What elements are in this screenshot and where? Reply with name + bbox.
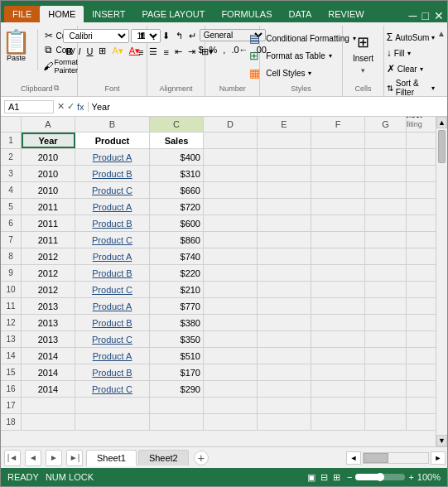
cell-product-6[interactable]: Product C [75,232,150,248]
cell-d-11[interactable] [204,315,258,330]
cancel-formula-icon[interactable]: ✕ [57,101,65,112]
cell-f-6[interactable] [311,232,365,248]
first-tab-button[interactable]: |◄ [4,450,21,466]
tab-formulas[interactable]: FORMULAS [213,6,280,22]
cell-product-4[interactable]: Product A [75,199,150,215]
border-button[interactable]: ⊞ [96,44,108,58]
align-center-button[interactable]: ☰ [147,45,160,59]
cell-sales-16[interactable] [150,398,204,413]
cell-product-2[interactable]: Product B [75,166,150,181]
cell-e-0[interactable] [258,133,311,148]
cell-d-15[interactable] [204,381,258,397]
cell-e-8[interactable] [258,265,311,281]
prev-tab-button[interactable]: ◄ [25,450,41,466]
cell-year-1[interactable]: 2010 [22,149,75,165]
row-num-16[interactable]: 16 [1,381,22,398]
cell-e-3[interactable] [258,182,311,198]
header-sales[interactable]: Sales [150,133,204,148]
row-num-10[interactable]: 10 [1,282,22,298]
cell-sales-4[interactable]: $720 [150,199,204,215]
cell-sales-10[interactable]: $770 [150,298,204,314]
cell-g-8[interactable] [365,265,407,281]
ribbon-collapse-button[interactable]: ▲ [437,29,446,38]
h-scroll-thumb[interactable] [364,453,388,463]
bold-button[interactable]: B [63,45,75,58]
row-num-5[interactable]: 5 [1,199,22,215]
cell-f-17[interactable] [311,414,365,430]
cell-year-14[interactable]: 2014 [22,364,75,380]
normal-view-icon[interactable]: ▣ [307,472,316,483]
cell-e-9[interactable] [258,282,311,297]
next-tab-button[interactable]: ► [46,450,62,466]
cell-e-16[interactable] [258,398,311,413]
cell-g-4[interactable] [365,199,407,215]
cell-reference-input[interactable] [4,100,54,113]
cell-g-15[interactable] [365,381,407,397]
col-header-c[interactable]: C [150,117,204,132]
cell-d-5[interactable] [204,215,258,231]
cell-f-7[interactable] [311,248,365,264]
cell-sales-3[interactable]: $660 [150,182,204,198]
cell-product-5[interactable]: Product B [75,215,150,231]
cell-f-12[interactable] [311,331,365,347]
conditional-formatting-button[interactable]: ▤ Conditional Formatting ▾ [243,31,359,46]
zoom-out-button[interactable]: − [347,472,352,482]
cell-d-2[interactable] [204,166,258,181]
cell-sales-13[interactable]: $510 [150,348,204,364]
cell-year-2[interactable]: 2010 [22,166,75,181]
tab-page-layout[interactable]: PAGE LAYOUT [133,6,213,22]
cell-year-4[interactable]: 2011 [22,199,75,215]
insert-cells-button[interactable]: ⊞ Insert [349,31,377,65]
align-top-button[interactable]: ⬆ [136,29,148,43]
cell-f-0[interactable] [311,133,365,148]
col-header-d[interactable]: D [204,117,258,132]
tab-file[interactable]: FILE [4,6,40,22]
align-left-button[interactable]: ≡ [136,46,146,59]
cell-e-1[interactable] [258,149,311,165]
cell-product-12[interactable]: Product C [75,331,150,347]
fill-button[interactable]: ↓ Fill ▾ [384,46,413,60]
cell-d-16[interactable] [204,398,258,413]
cell-e-5[interactable] [258,215,311,231]
cell-f-1[interactable] [311,149,365,165]
cell-e-10[interactable] [258,298,311,314]
cell-g-0[interactable] [365,133,407,148]
cell-year-15[interactable]: 2014 [22,381,75,397]
cell-sales-5[interactable]: $600 [150,215,204,231]
paste-button[interactable]: 📋 Paste [0,29,34,64]
cell-product-13[interactable]: Product A [75,348,150,364]
col-header-g[interactable]: G [365,117,407,132]
cell-product-9[interactable]: Product C [75,282,150,297]
cell-year-16[interactable] [22,398,75,413]
font-family-select[interactable]: Calibri [63,29,129,43]
scroll-down-button[interactable]: ▼ [436,435,447,446]
header-product[interactable]: Product [75,133,150,148]
minimize-icon[interactable]: ─ [409,9,417,22]
row-num-7[interactable]: 7 [1,232,22,248]
cell-d-14[interactable] [204,364,258,380]
cell-year-9[interactable]: 2012 [22,282,75,297]
vertical-scrollbar[interactable]: ▲ ▼ [436,117,447,446]
cell-year-3[interactable]: 2010 [22,182,75,198]
header-year[interactable]: Year [22,133,75,148]
row-num-14[interactable]: 14 [1,348,22,364]
page-break-view-icon[interactable]: ⊞ [333,472,340,483]
decrease-indent-button[interactable]: ⇤ [172,45,185,59]
cell-f-8[interactable] [311,265,365,281]
cell-d-1[interactable] [204,149,258,165]
cell-e-15[interactable] [258,381,311,397]
cell-year-8[interactable]: 2012 [22,265,75,281]
zoom-in-button[interactable]: + [408,472,413,482]
sheet-tab-sheet1[interactable]: Sheet1 [86,450,137,466]
cell-d-12[interactable] [204,331,258,347]
cell-sales-9[interactable]: $210 [150,282,204,297]
cell-product-11[interactable]: Product B [75,315,150,330]
cell-e-6[interactable] [258,232,311,248]
cell-sales-6[interactable]: $860 [150,232,204,248]
cell-g-5[interactable] [365,215,407,231]
cell-d-10[interactable] [204,298,258,314]
cell-g-9[interactable] [365,282,407,297]
align-right-button[interactable]: ≡ [161,46,171,59]
cell-e-7[interactable] [258,248,311,264]
underline-button[interactable]: U [84,45,96,58]
